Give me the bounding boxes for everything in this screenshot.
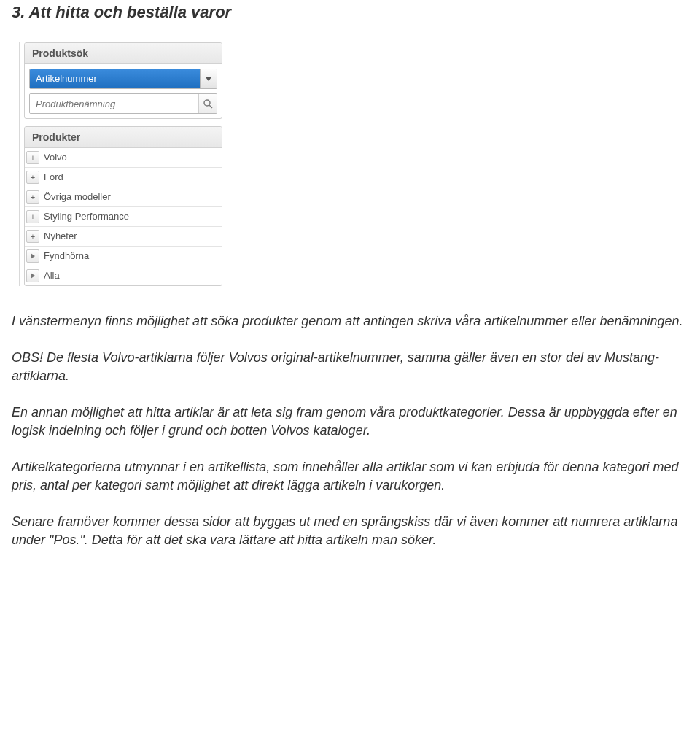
tree-item-label: Övriga modeller <box>44 187 222 206</box>
product-name-search[interactable] <box>29 93 217 114</box>
paragraph-1: I vänstermenyn finns möjlighet att söka … <box>12 312 688 331</box>
chevron-down-icon <box>206 77 211 81</box>
chevron-right-icon[interactable] <box>26 269 39 282</box>
expand-icon[interactable]: + <box>26 151 39 164</box>
tree-item[interactable]: +Volvo <box>25 148 222 167</box>
expand-icon[interactable]: + <box>26 210 39 223</box>
tree-item[interactable]: +Övriga modeller <box>25 187 222 206</box>
combo-dropdown-button[interactable] <box>200 69 217 88</box>
tree-item-label: Styling Performance <box>44 207 222 226</box>
paragraph-3: En annan möjlighet att hitta artiklar är… <box>12 403 688 441</box>
tree-item-label: Ford <box>44 168 222 187</box>
tree-item[interactable]: +Styling Performance <box>25 206 222 226</box>
sidebar: Produktsök Artikelnummer <box>19 42 222 286</box>
product-tree: +Volvo+Ford+Övriga modeller+Styling Perf… <box>25 148 222 285</box>
tree-item[interactable]: +Nyheter <box>25 226 222 246</box>
svg-line-1 <box>209 105 212 108</box>
section-heading: 3. Att hitta och beställa varor <box>12 3 688 22</box>
products-panel-title: Produkter <box>25 127 222 148</box>
expand-icon[interactable]: + <box>26 190 39 204</box>
tree-item-label: Nyheter <box>44 227 222 246</box>
expand-icon[interactable]: + <box>26 230 39 243</box>
tree-item-label: Volvo <box>44 148 222 167</box>
chevron-right-icon[interactable] <box>26 249 39 263</box>
search-button[interactable] <box>198 94 217 113</box>
paragraph-4: Artikelkategorierna utmynnar i en artike… <box>12 458 688 495</box>
search-icon <box>203 98 213 109</box>
tree-item-label: Fyndhörna <box>44 247 222 266</box>
product-search-panel: Produktsök Artikelnummer <box>24 42 222 119</box>
paragraph-2: OBS! De flesta Volvo-artiklarna följer V… <box>12 349 688 386</box>
paragraph-5: Senare framöver kommer dessa sidor att b… <box>12 513 688 550</box>
article-number-combo-value: Artikelnummer <box>30 69 200 88</box>
article-number-combo[interactable]: Artikelnummer <box>29 69 217 89</box>
product-name-input[interactable] <box>30 94 198 113</box>
svg-point-0 <box>204 100 210 106</box>
tree-item[interactable]: Fyndhörna <box>25 246 222 266</box>
tree-item-label: Alla <box>44 266 222 285</box>
products-panel: Produkter +Volvo+Ford+Övriga modeller+St… <box>24 126 222 286</box>
tree-item[interactable]: +Ford <box>25 167 222 187</box>
document-body: I vänstermenyn finns möjlighet att söka … <box>12 312 688 550</box>
expand-icon[interactable]: + <box>26 171 39 184</box>
product-search-title: Produktsök <box>25 43 222 64</box>
tree-item[interactable]: Alla <box>25 266 222 285</box>
